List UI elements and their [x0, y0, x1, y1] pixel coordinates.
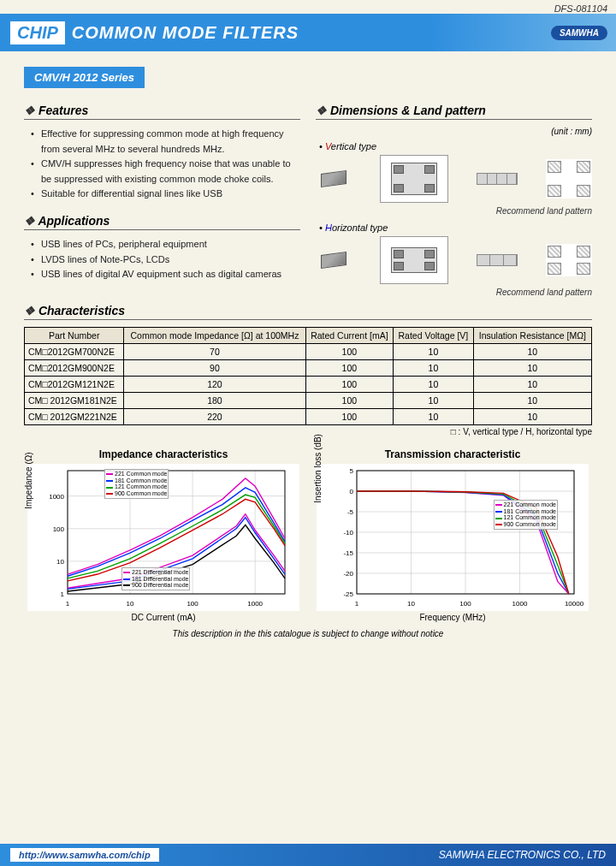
table-cell: 100	[305, 344, 394, 360]
header-banner: CHIP COMMON MODE FILTERS SAMWHA	[0, 14, 616, 51]
svg-text:-15: -15	[343, 549, 353, 557]
characteristics-table: Part NumberCommon mode Impedance [Ω] at …	[24, 327, 592, 425]
table-cell: 100	[305, 409, 394, 425]
table-cell: 10	[394, 393, 474, 409]
table-cell: 90	[124, 360, 305, 377]
application-item: USB lines of digital AV equipment such a…	[31, 267, 300, 282]
chip-3d-icon	[316, 158, 352, 199]
header-chip: CHIP	[10, 21, 65, 44]
horizontal-diagram-row	[316, 236, 592, 284]
table-row: CM□2012GM121N2E1201001010	[25, 377, 592, 393]
disclaimer: This description in the this catalogue i…	[24, 629, 592, 638]
table-cell: CM□ 2012GM181N2E	[25, 393, 124, 409]
table-cell: 100	[305, 360, 394, 377]
vertical-type-label: • Vertical type	[319, 141, 592, 151]
table-cell: 10	[473, 344, 591, 360]
top-view-diagram	[380, 236, 448, 284]
svg-text:-10: -10	[343, 529, 353, 537]
svg-text:-25: -25	[343, 590, 353, 598]
svg-text:1000: 1000	[49, 493, 64, 501]
table-header: Rated Current [mA]	[305, 328, 394, 344]
series-badge: CMV/H 2012 Series	[24, 67, 145, 88]
chip-3d-icon	[316, 240, 352, 281]
brand-logo: SAMWHA	[551, 26, 607, 40]
side-view-diagram	[477, 173, 518, 185]
svg-text:10: 10	[407, 600, 415, 608]
table-cell: CM□ 2012GM221N2E	[25, 409, 124, 425]
svg-text:100: 100	[459, 600, 471, 608]
svg-text:0: 0	[350, 488, 354, 495]
transmission-chart: Transmission characteristic Insertion lo…	[317, 448, 589, 622]
land-pattern-diagram	[546, 159, 592, 199]
footer-company: SAMWHA ELECTRONICS CO., LTD	[439, 849, 606, 861]
footer: http://www.samwha.com/chip SAMWHA ELECTR…	[0, 844, 616, 866]
x-axis-label: Frequency (MHz)	[317, 613, 589, 622]
feature-item: Effective for suppressing common mode at…	[31, 127, 300, 157]
table-cell: 10	[473, 393, 591, 409]
recommend-note: Recommend land pattern	[316, 206, 592, 216]
table-cell: 220	[124, 409, 305, 425]
features-list: Effective for suppressing common mode at…	[24, 127, 300, 202]
chart-title: Impedance characteristics	[27, 448, 299, 460]
feature-item: Suitable for differential signal lines l…	[31, 187, 300, 202]
svg-text:10: 10	[56, 558, 64, 566]
applications-heading: Applications	[24, 214, 300, 230]
table-header: Insulation Resistance [MΩ]	[473, 328, 591, 344]
table-header: Common mode Impedance [Ω] at 100MHz	[124, 328, 305, 344]
table-cell: 120	[124, 377, 305, 393]
table-cell: CM□2012GM900N2E	[25, 360, 124, 377]
footer-url: http://www.samwha.com/chip	[10, 848, 159, 862]
table-cell: 100	[305, 377, 394, 393]
doc-code: DFS-081104	[554, 3, 607, 14]
svg-text:1: 1	[355, 600, 359, 608]
svg-text:-20: -20	[343, 570, 353, 578]
svg-text:1: 1	[66, 600, 70, 608]
application-item: LVDS lines of Note-PCs, LCDs	[31, 252, 300, 268]
recommend-note: Recommend land pattern	[316, 288, 592, 297]
table-cell: 10	[394, 344, 474, 360]
land-pattern-diagram	[546, 244, 592, 276]
chart-title: Transmission characteristic	[317, 448, 589, 460]
feature-item: CMV/H suppresses high frequency noise th…	[31, 157, 300, 187]
y-axis-label: Impedance (Ω)	[24, 452, 33, 508]
top-view-diagram	[380, 155, 448, 203]
table-cell: 10	[473, 360, 591, 377]
table-cell: 10	[394, 377, 474, 393]
svg-text:1000: 1000	[247, 600, 263, 608]
side-view-diagram	[477, 254, 518, 266]
table-cell: 180	[124, 393, 305, 409]
table-cell: 100	[305, 393, 394, 409]
table-header: Rated Voltage [V]	[394, 328, 474, 344]
table-cell: CM□2012GM121N2E	[25, 377, 124, 393]
table-row: CM□2012GM900N2E901001010	[25, 360, 592, 377]
svg-text:-5: -5	[347, 508, 354, 516]
table-cell: 10	[394, 360, 474, 377]
features-heading: Features	[24, 104, 300, 120]
svg-text:10000: 10000	[565, 600, 584, 608]
svg-text:100: 100	[187, 600, 198, 608]
svg-text:5: 5	[350, 467, 354, 475]
svg-text:100: 100	[53, 525, 65, 533]
svg-text:10: 10	[127, 600, 134, 608]
impedance-chart: Impedance characteristics Impedance (Ω) …	[27, 448, 299, 622]
header-title: COMMON MODE FILTERS	[72, 23, 299, 43]
dimensions-heading: Dimensions & Land pattern	[316, 104, 592, 120]
table-cell: 10	[394, 409, 474, 425]
table-cell: 10	[473, 409, 591, 425]
table-cell: 70	[124, 344, 305, 360]
table-note: □ : V, vertical type / H, horizontal typ…	[24, 427, 592, 436]
unit-note: (unit : mm)	[316, 127, 592, 136]
x-axis-label: DC Current (mA)	[27, 613, 299, 622]
characteristics-heading: Characteristics	[24, 304, 592, 320]
table-header: Part Number	[25, 328, 124, 344]
table-cell: 10	[473, 377, 591, 393]
applications-list: USB lines of PCs, peripheral equipment L…	[24, 237, 300, 282]
table-row: CM□ 2012GM181N2E1801001010	[25, 393, 592, 409]
vertical-diagram-row	[316, 155, 592, 203]
svg-text:1000: 1000	[512, 600, 528, 608]
table-row: CM□ 2012GM221N2E2201001010	[25, 409, 592, 425]
y-axis-label: Insertion loss (dB)	[313, 434, 323, 503]
svg-text:1: 1	[61, 590, 65, 598]
horizontal-type-label: • Horizontal type	[319, 222, 592, 233]
application-item: USB lines of PCs, peripheral equipment	[31, 237, 300, 252]
